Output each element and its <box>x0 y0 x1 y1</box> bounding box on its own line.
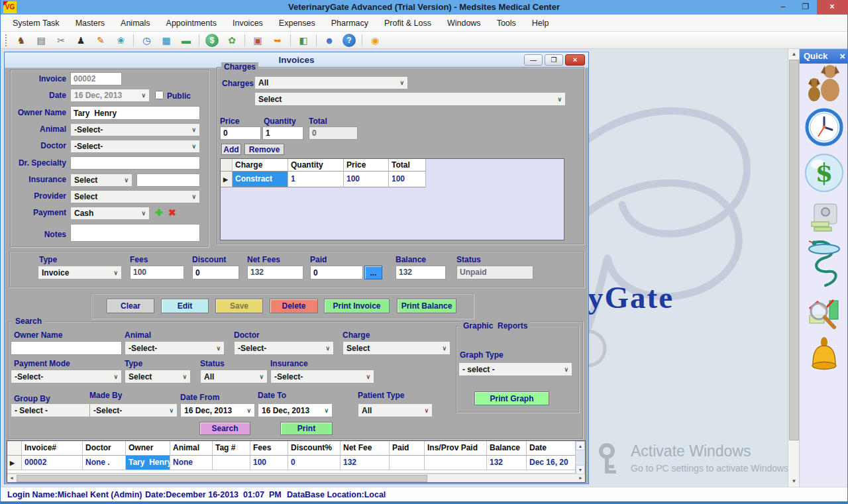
workspace-vertical-scrollbar[interactable]: ▲ ▼ <box>788 49 799 487</box>
fees-field[interactable]: 100 <box>130 266 184 279</box>
edit-button[interactable]: Edit <box>161 299 209 313</box>
scroll-up-icon[interactable]: ▲ <box>788 49 800 60</box>
search-insurance-dropdown[interactable]: -Select- <box>270 370 374 383</box>
discount-column-header[interactable]: Discount% <box>288 441 341 456</box>
child-restore-button[interactable]: ❐ <box>545 54 563 66</box>
delete-button[interactable]: Delete <box>270 299 318 313</box>
charge-cell[interactable]: Constract <box>233 172 288 187</box>
search-animal-dropdown[interactable]: -Select- <box>125 341 225 355</box>
print-button[interactable]: Print <box>280 422 333 435</box>
balance-column-header[interactable]: Balance <box>487 441 527 456</box>
price-column-header[interactable]: Price <box>344 159 389 172</box>
tag-column-header[interactable]: Tag # <box>213 441 250 456</box>
invoice-cheque-icon[interactable]: ▬ <box>178 34 194 47</box>
doctor-cell[interactable]: None . <box>83 456 126 470</box>
insurance-value-field[interactable] <box>136 174 200 187</box>
search-status-dropdown[interactable]: All <box>200 370 268 383</box>
menu-expenses[interactable]: Expenses <box>271 15 323 32</box>
menu-windows[interactable]: Windows <box>439 15 489 32</box>
vertical-scroll-thumb[interactable] <box>789 60 799 440</box>
discount-cell[interactable]: 0 <box>288 456 341 470</box>
fees-cell[interactable]: 100 <box>250 456 288 470</box>
scroll-down-icon[interactable]: ▼ <box>788 476 800 487</box>
invoices-titlebar[interactable]: Invoices — ❐ × <box>5 52 588 68</box>
owner-column-header[interactable]: Owner <box>126 441 170 456</box>
results-horizontal-scrollbar[interactable]: ◄ ► <box>7 474 585 482</box>
menu-system-task[interactable]: System Task <box>5 15 68 32</box>
date-column-header[interactable]: Date <box>527 441 576 456</box>
fees-column-header[interactable]: Fees <box>250 441 288 456</box>
date-from-picker[interactable]: 16 Dec, 2013 <box>180 403 255 417</box>
animal-cell[interactable]: None <box>170 456 213 470</box>
insprov-column-header[interactable]: Ins/Prov Paid <box>425 441 487 456</box>
calendar-icon[interactable]: ▦ <box>158 34 174 47</box>
payment-dropdown[interactable]: Cash <box>70 207 150 220</box>
menu-masters[interactable]: Masters <box>68 15 113 32</box>
insprov-cell[interactable] <box>425 456 487 470</box>
reports-icon[interactable]: ◧ <box>295 34 311 47</box>
insurance-dropdown[interactable]: Select <box>70 174 132 187</box>
doctor-column-header[interactable]: Doctor <box>83 441 126 456</box>
charges-grid-row[interactable]: Constract 1 100 100 <box>221 172 564 187</box>
notes-field[interactable] <box>70 224 200 242</box>
clear-button[interactable]: Clear <box>107 299 154 313</box>
search-doctor-dropdown[interactable]: -Select- <box>234 341 334 355</box>
add-charge-button[interactable]: Add <box>221 144 241 155</box>
paid-field[interactable] <box>310 266 363 279</box>
quick-pharmacy-button[interactable] <box>806 238 843 294</box>
discount-field[interactable] <box>192 266 239 279</box>
menu-animals[interactable]: Animals <box>113 15 158 32</box>
price-cell[interactable]: 100 <box>344 172 389 187</box>
balance-cell[interactable]: 132 <box>487 456 527 470</box>
charge-column-header[interactable]: Charge <box>233 159 288 172</box>
alerts-bell-icon[interactable]: ◉ <box>367 34 383 47</box>
menu-appointments[interactable]: Appointments <box>158 15 225 32</box>
animals-icon[interactable]: ♞ <box>13 34 29 47</box>
date-to-picker[interactable]: 16 Dec, 2013 <box>258 403 333 417</box>
minimize-button[interactable]: – <box>772 0 794 15</box>
invoice-date-picker[interactable]: 16 Dec, 2013 <box>70 89 150 102</box>
scroll-down-icon[interactable]: ▼ <box>576 465 585 474</box>
remove-payment-icon[interactable]: ✖ <box>168 207 176 218</box>
receipts-icon[interactable]: ✿ <box>224 34 240 47</box>
quantity-column-header[interactable]: Quantity <box>288 159 344 172</box>
grooming-icon[interactable]: ✂ <box>53 34 69 47</box>
netfee-cell[interactable]: 132 <box>341 456 390 470</box>
quick-reports-button[interactable] <box>806 297 843 334</box>
invoice-column-header[interactable]: Invoice# <box>22 441 83 456</box>
users-icon[interactable]: ☻ <box>321 34 337 47</box>
menu-tools[interactable]: Tools <box>489 15 524 32</box>
results-vertical-scrollbar[interactable]: ▲ ▼ <box>575 441 585 474</box>
patient-type-dropdown[interactable]: All <box>358 403 433 417</box>
quick-alerts-button[interactable] <box>808 336 840 378</box>
graph-type-dropdown[interactable]: - select - <box>458 362 572 376</box>
species-icon[interactable]: ❀ <box>113 34 129 47</box>
pharmacy-icon[interactable]: ➥ <box>270 34 286 47</box>
child-close-button[interactable]: × <box>565 54 585 66</box>
menu-invoices[interactable]: Invoices <box>225 15 271 32</box>
print-graph-button[interactable]: Print Graph <box>474 391 549 405</box>
birds-icon[interactable]: ♟ <box>73 34 89 47</box>
type-dropdown[interactable]: Invoice <box>38 266 122 279</box>
owner-cell[interactable]: Tary Henry <box>126 456 170 470</box>
scroll-left-icon[interactable]: ◄ <box>7 474 16 482</box>
appointments-clock-icon[interactable]: ◷ <box>138 34 154 47</box>
search-button[interactable]: Search <box>199 422 250 435</box>
horizontal-scroll-thumb[interactable] <box>17 475 427 482</box>
date-cell[interactable]: Dec 16, 20 <box>527 456 576 470</box>
menu-profit-loss[interactable]: Profit & Loss <box>376 15 439 32</box>
provider-dropdown[interactable]: Select <box>70 190 200 203</box>
search-owner-field[interactable] <box>11 341 122 355</box>
netfee-column-header[interactable]: Net Fee <box>341 441 390 456</box>
dr-specialty-field[interactable] <box>70 156 200 170</box>
menu-pharmacy[interactable]: Pharmacy <box>323 15 376 32</box>
restore-button[interactable]: ❐ <box>794 0 817 15</box>
charges-filter-dropdown[interactable]: All <box>254 76 408 89</box>
quick-appointments-button[interactable] <box>804 107 844 150</box>
help-icon[interactable]: ? <box>343 34 356 47</box>
add-payment-icon[interactable]: ✚ <box>155 207 163 218</box>
price-field[interactable] <box>220 126 261 140</box>
total-column-header[interactable]: Total <box>389 159 426 172</box>
vaccination-icon[interactable]: ✎ <box>93 34 109 47</box>
quantity-field[interactable] <box>262 126 303 140</box>
